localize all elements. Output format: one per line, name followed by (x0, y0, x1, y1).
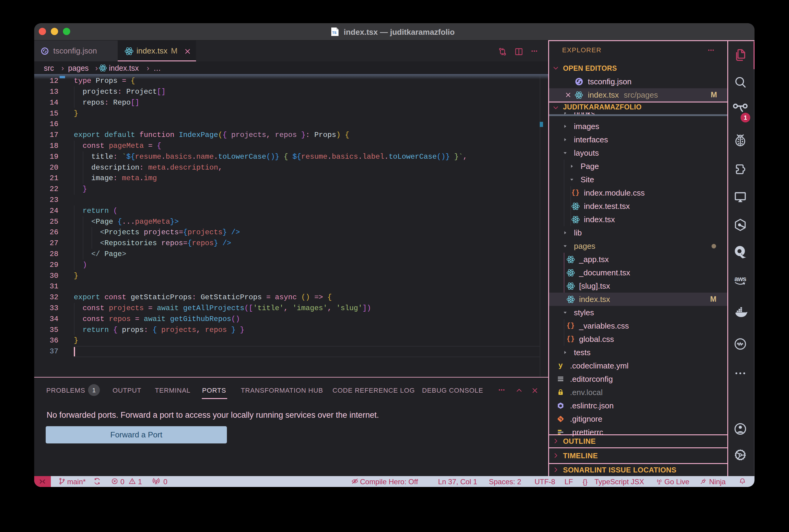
svg-text:TS: TS (332, 31, 336, 35)
svg-text:aws: aws (735, 275, 746, 283)
